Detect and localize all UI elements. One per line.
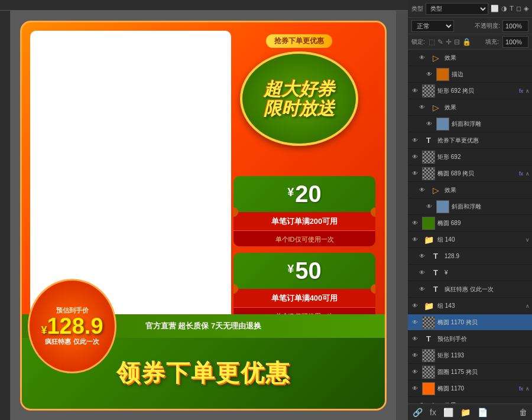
layer-visibility-toggle[interactable]: 👁 <box>417 252 427 261</box>
layer-filter-icons: ⬜ ◑ T ◻ ◈ <box>491 5 528 12</box>
lock-artboard-icon[interactable]: ⊟ <box>454 38 460 46</box>
layer-visibility-toggle[interactable]: 👁 <box>417 401 427 404</box>
layer-visibility-toggle[interactable]: 👁 <box>410 384 420 393</box>
layer-thumbnail: ▷ <box>429 184 442 197</box>
layer-fx-badge: fx <box>519 88 523 94</box>
layer-expand-arrow[interactable]: ∧ <box>525 171 530 177</box>
layer-name: 斜面和浮雕 <box>452 120 530 128</box>
add-style-button[interactable]: fx <box>429 406 437 418</box>
layer-expand-arrow[interactable]: ∨ <box>525 237 530 243</box>
layer-item[interactable]: 👁 ▷ 效果 <box>408 50 532 66</box>
layer-item[interactable]: 👁 T 抢券下单更优惠 <box>408 132 532 149</box>
layer-thumbnail <box>422 167 435 180</box>
filter-text-icon[interactable]: T <box>510 5 514 12</box>
new-group-button[interactable]: 📁 <box>459 406 472 418</box>
filter-shape-icon[interactable]: ◻ <box>516 5 521 12</box>
new-layer-button[interactable]: 📄 <box>476 406 489 418</box>
filter-pixel-icon[interactable]: ⬜ <box>491 5 499 12</box>
lock-transparent-icon[interactable]: ⬚ <box>429 38 435 46</box>
layer-visibility-toggle[interactable]: 👁 <box>417 53 427 63</box>
coupon1-yen: ¥ <box>287 185 294 199</box>
coupon1-top: ¥ 20 <box>233 176 375 212</box>
ruler-left <box>0 11 11 420</box>
layer-visibility-toggle[interactable]: 👁 <box>410 86 420 96</box>
layer-item[interactable]: 👁 椭圆 689 拷贝 fx ∧ <box>408 165 532 182</box>
layer-visibility-toggle[interactable]: 👁 <box>424 119 434 129</box>
layer-name: 矩形 1193 <box>437 351 530 360</box>
lock-position-icon[interactable]: ✛ <box>446 38 452 46</box>
coupon2-min-text: 单笔订单满400可用 <box>271 294 338 302</box>
layer-item[interactable]: 👁 椭圆 689 <box>408 215 532 232</box>
fill-label: 填充: <box>485 38 499 46</box>
layer-name: 椭圆 1170 拷贝 <box>437 318 530 327</box>
layer-visibility-toggle[interactable]: 👁 <box>417 268 427 278</box>
layer-name: 抢券下单更优惠 <box>437 136 530 145</box>
canvas-area: 抢券下单更优惠 超大好券 限时放送 ¥ 20 单笔订单满200可用 单个ID仅可… <box>0 0 408 420</box>
layer-thumbnail <box>422 151 435 164</box>
layer-type-dropdown[interactable]: 类型 <box>426 3 488 15</box>
layer-thumbnail: T <box>422 333 435 346</box>
layer-name: 椭圆 689 <box>437 219 530 227</box>
layer-item[interactable]: 👁 T 预估到手价 <box>408 331 532 347</box>
layer-item[interactable]: 👁 T 128.9 <box>408 248 532 265</box>
layer-item[interactable]: 👁 矩形 1193 <box>408 347 532 364</box>
lock-all-icon[interactable]: 🔒 <box>462 38 471 46</box>
layer-expand-arrow[interactable]: ∧ <box>525 303 530 309</box>
inner-white-area <box>30 31 231 320</box>
layer-visibility-toggle[interactable]: 👁 <box>410 318 420 327</box>
add-mask-button[interactable]: ⬜ <box>442 406 455 418</box>
layer-item[interactable]: 👁 T ¥ <box>408 265 532 281</box>
layer-expand-arrow[interactable]: ∧ <box>525 88 530 94</box>
layer-visibility-toggle[interactable]: 👁 <box>410 235 420 245</box>
layer-item[interactable]: 👁 ▷ 效果 <box>408 182 532 198</box>
layer-visibility-toggle[interactable]: 👁 <box>410 219 420 228</box>
layer-visibility-toggle[interactable]: 👁 <box>417 103 427 112</box>
layer-visibility-toggle[interactable]: 👁 <box>410 301 420 311</box>
layer-item[interactable]: 👁 T 疯狂特惠 仅此一次 <box>408 281 532 298</box>
layer-visibility-toggle[interactable]: 👁 <box>410 351 420 360</box>
layer-thumbnail: T <box>429 266 442 279</box>
price-yen: ¥ <box>41 324 47 336</box>
layer-item[interactable]: 👁 斜面和浮雕 <box>408 198 532 215</box>
coupon2-yen: ¥ <box>287 262 294 276</box>
filter-smart-icon[interactable]: ◈ <box>524 5 528 12</box>
lock-pixels-icon[interactable]: ✎ <box>437 38 443 46</box>
layer-thumbnail: T <box>422 134 435 147</box>
link-layers-button[interactable]: 🔗 <box>411 406 424 418</box>
layer-thumbnail <box>422 382 435 395</box>
layer-item[interactable]: 👁 📁 组 140 ∨ <box>408 232 532 248</box>
layer-item[interactable]: 👁 描边 <box>408 66 532 83</box>
layer-item[interactable]: 👁 ▷ 效果 <box>408 397 532 403</box>
filter-adjust-icon[interactable]: ◑ <box>501 5 507 12</box>
layer-item[interactable]: 👁 斜面和浮雕 <box>408 116 532 132</box>
big-coupon-text1: 超大好券 <box>264 79 335 99</box>
layer-visibility-toggle[interactable]: 👁 <box>410 334 420 344</box>
coupon1-min-text: 单笔订单满200可用 <box>271 217 338 226</box>
layer-item[interactable]: 👁 椭圆 1170 fx ∧ <box>408 380 532 397</box>
layer-item[interactable]: 👁 ▷ 效果 <box>408 99 532 116</box>
layer-visibility-toggle[interactable]: 👁 <box>410 367 420 377</box>
blend-mode-dropdown[interactable]: 正常 <box>411 20 454 32</box>
layer-item[interactable]: 👁 圆圈 1175 拷贝 <box>408 364 532 380</box>
design-canvas: 抢券下单更优惠 超大好券 限时放送 ¥ 20 单笔订单满200可用 单个ID仅可… <box>11 11 396 420</box>
layer-visibility-toggle[interactable]: 👁 <box>410 152 420 162</box>
layer-visibility-toggle[interactable]: 👁 <box>417 185 427 195</box>
layer-item[interactable]: 👁 矩形 692 拷贝 fx ∧ <box>408 83 532 99</box>
lock-icons: ⬚ ✎ ✛ ⊟ 🔒 <box>429 38 471 46</box>
price-number: 128.9 <box>47 314 103 338</box>
layer-item[interactable]: 👁 椭圆 1170 拷贝 <box>408 314 532 331</box>
layer-visibility-toggle[interactable]: 👁 <box>424 70 434 79</box>
layer-visibility-toggle[interactable]: 👁 <box>410 169 420 178</box>
layer-thumbnail <box>422 217 435 230</box>
layer-visibility-toggle[interactable]: 👁 <box>417 285 427 294</box>
fill-input[interactable] <box>502 36 528 48</box>
layer-expand-arrow[interactable]: ∧ <box>525 386 530 392</box>
layer-item[interactable]: 👁 📁 组 143 ∧ <box>408 298 532 314</box>
layer-thumbnail: T <box>429 283 442 296</box>
layer-name: 疯狂特惠 仅此一次 <box>445 285 530 294</box>
opacity-input[interactable] <box>502 20 528 32</box>
layer-visibility-toggle[interactable]: 👁 <box>424 202 434 211</box>
layer-visibility-toggle[interactable]: 👁 <box>410 136 420 145</box>
layer-item[interactable]: 👁 矩形 692 <box>408 149 532 165</box>
delete-layer-button[interactable]: 🗑 <box>518 406 528 418</box>
